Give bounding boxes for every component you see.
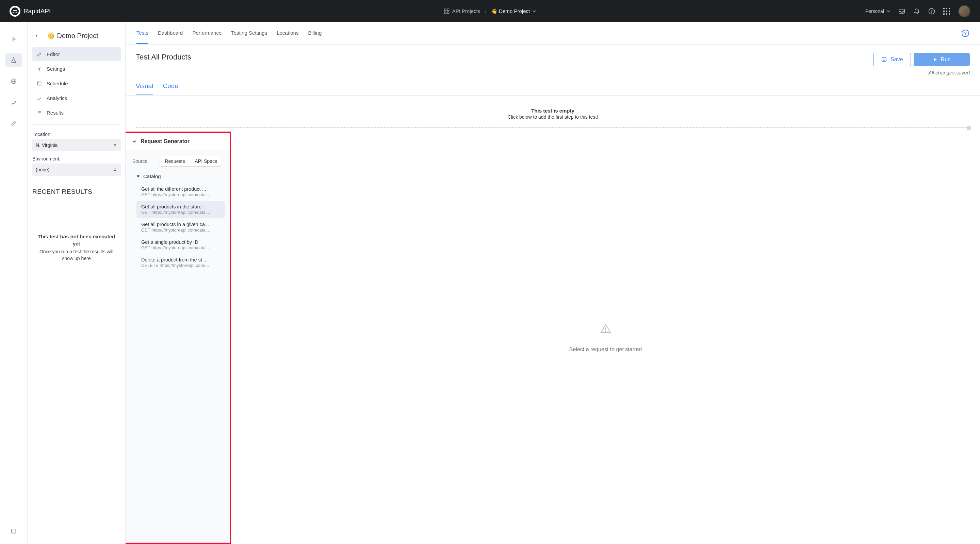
breadcrumb-projects-label: API Projects (452, 8, 480, 14)
workspace-switcher[interactable]: Personal (865, 8, 890, 14)
brand-name: RapidAPI (24, 8, 51, 15)
apps-grid-icon[interactable] (943, 8, 950, 14)
chevron-down-icon (887, 10, 890, 13)
svg-point-2 (15, 10, 17, 11)
breadcrumb-separator: / (485, 8, 486, 14)
brand-block[interactable]: RapidAPI (10, 6, 51, 17)
svg-rect-7 (899, 9, 904, 13)
user-avatar[interactable] (958, 5, 970, 17)
logo-icon (10, 6, 21, 17)
svg-point-0 (11, 8, 19, 15)
breadcrumb-projects[interactable]: API Projects (444, 8, 480, 14)
breadcrumb: API Projects / 👋 Demo Project (444, 8, 536, 14)
help-icon[interactable] (928, 8, 935, 14)
svg-point-1 (13, 10, 14, 11)
inbox-icon[interactable] (898, 8, 905, 14)
svg-rect-4 (447, 9, 449, 11)
header-right: Personal (865, 5, 970, 17)
breadcrumb-current-label: 👋 Demo Project (491, 8, 530, 14)
breadcrumb-current[interactable]: 👋 Demo Project (491, 8, 536, 14)
workspace-label: Personal (865, 8, 884, 14)
svg-rect-3 (444, 9, 447, 11)
svg-rect-5 (444, 11, 447, 14)
app-header: RapidAPI API Projects / 👋 Demo Project P… (0, 0, 980, 22)
chevron-down-icon (533, 10, 536, 13)
grid-icon (444, 8, 450, 14)
bell-icon[interactable] (913, 8, 920, 14)
svg-point-9 (931, 13, 932, 13)
svg-rect-6 (447, 11, 449, 14)
